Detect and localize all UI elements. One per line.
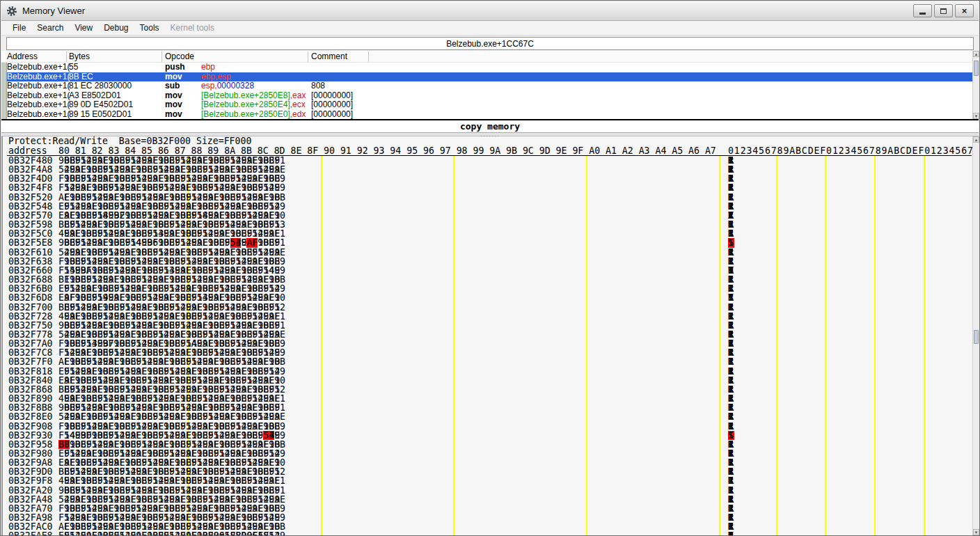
disassembly-row[interactable]: Belzebub.exe+1(55pushebp xyxy=(1,63,972,72)
column-divider xyxy=(368,52,369,62)
row-address: 0B32F9F8 xyxy=(8,476,53,485)
ascii-char[interactable] xyxy=(728,257,734,266)
row-address: 0B32F8E0 xyxy=(8,412,53,421)
hex-byte[interactable]: AE xyxy=(274,495,285,504)
ascii-char[interactable] xyxy=(728,412,734,421)
memory-row[interactable]: 0B32F72849 E9 AE F1 90 BB E9 F1 52 49 E9… xyxy=(3,312,979,321)
hex-byte[interactable]: 90 xyxy=(274,376,285,385)
memory-row[interactable]: 0B32F4F8F1 52 49 E9 AE F1 90 BB E9 F1 52… xyxy=(3,183,979,192)
row-address: 0B32F548 xyxy=(8,202,53,211)
maximize-button[interactable] xyxy=(934,4,953,17)
memory-row[interactable]: 0B32FA4852 49 E9 AE F1 90 BB E9 F1 52 49… xyxy=(3,495,979,504)
column-header-address[interactable]: Address xyxy=(7,52,38,61)
ascii-char[interactable] xyxy=(728,248,734,257)
minimize-button[interactable] xyxy=(913,4,932,17)
hex-byte[interactable]: BB xyxy=(274,357,285,366)
memory-row[interactable]: 0B32F5E890 BB E9 F1 52 49 E9 AE F1 90 BB… xyxy=(3,238,979,247)
memory-row[interactable]: 0B32F700BB E9 F1 52 49 E9 AE F1 90 BB E9… xyxy=(3,303,979,312)
ascii-char[interactable]: R xyxy=(728,303,734,312)
menu-item-file[interactable]: File xyxy=(7,21,31,35)
memory-scrollbar[interactable]: ▲ ▼ xyxy=(972,136,979,535)
memory-grid-header: address 80 81 82 83 84 85 86 87 88 89 8A… xyxy=(3,146,979,156)
column-divider xyxy=(161,52,162,62)
memory-grid: 0B32F48090 BB E9 F1 52 49 E9 AE F1 90 BB… xyxy=(3,156,979,535)
address-display[interactable]: Belzebub.exe+1CC67C xyxy=(6,37,974,50)
ascii-char[interactable]: I xyxy=(728,202,734,211)
hex-byte[interactable]: F1 xyxy=(274,238,285,247)
memory-row[interactable]: 0B32F818E9 F1 52 49 E9 AE F1 90 BB E9 F1… xyxy=(3,367,979,376)
memory-row[interactable]: 0B32F61052 49 E9 AE F1 90 BB E9 F1 52 49… xyxy=(3,248,979,257)
hex-byte[interactable]: F1 xyxy=(274,312,285,321)
menu-item-view[interactable]: View xyxy=(69,21,98,35)
column-header-comment[interactable]: Comment xyxy=(311,52,347,61)
scroll-up-icon[interactable]: ▲ xyxy=(973,136,979,143)
menu-item-tools[interactable]: Tools xyxy=(134,21,165,35)
hex-byte[interactable]: E9 xyxy=(274,257,285,266)
hex-byte[interactable]: BB xyxy=(274,193,285,202)
ascii-char[interactable] xyxy=(728,495,734,504)
disassembly-row[interactable]: Belzebub.exe+1(A3 E8502D01mov[Belzebub.e… xyxy=(1,91,972,101)
ascii-char[interactable] xyxy=(728,183,734,192)
column-divider xyxy=(66,52,67,62)
disassembly-row[interactable]: Belzebub.exe+1(89 15 E0502D01mov[Belzebu… xyxy=(1,110,972,119)
hex-byte[interactable]: E9 xyxy=(274,183,285,192)
ascii-char[interactable] xyxy=(728,486,734,495)
hex-byte[interactable]: 49 xyxy=(274,367,285,376)
memory-row[interactable]: 0B32F520AE F1 90 BB E9 F1 52 49 E9 AE F1… xyxy=(3,193,979,202)
ascii-char[interactable] xyxy=(728,422,734,431)
ascii-char[interactable] xyxy=(728,476,734,485)
row-address: 0B32F750 xyxy=(8,321,53,330)
ascii-char[interactable] xyxy=(728,193,734,202)
memory-row[interactable]: 0B32F9F849 E9 AE F1 90 BB E9 F1 52 49 E9… xyxy=(3,476,979,485)
ascii-char[interactable]: I xyxy=(728,531,734,535)
memory-row[interactable]: 0B32F6D8E9 AF F1 90 BB E9 F1 59 49 E9 AE… xyxy=(3,293,979,302)
hex-byte[interactable]: AE xyxy=(274,248,285,257)
hex-byte[interactable]: F1 xyxy=(274,321,285,330)
ascii-char[interactable]: I xyxy=(728,367,734,376)
memory-row[interactable]: 0B32F638F1 90 BB E9 F1 52 49 E9 AE F1 90… xyxy=(3,257,979,266)
memory-row[interactable]: 0B32F930F1 54 49 E9 BD F1 90 BB E9 F1 52… xyxy=(3,431,979,440)
maximize-icon xyxy=(940,8,947,14)
disassembly-row[interactable]: Belzebub.exe+1(8B ECmovebp,esp xyxy=(1,72,972,82)
disassembler-scrollbar[interactable]: ▲ ▼ xyxy=(972,51,979,119)
close-button[interactable]: × xyxy=(955,4,974,17)
memory-row[interactable]: 0B32F908F1 90 BB E9 F1 52 49 E9 AE F1 90… xyxy=(3,422,979,431)
ascii-char[interactable] xyxy=(728,321,734,330)
column-header-bytes[interactable]: Bytes xyxy=(69,52,90,61)
hex-byte[interactable]: 90 xyxy=(274,293,285,302)
menu-item-debug[interactable]: Debug xyxy=(98,21,134,35)
scrollbar-thumb[interactable] xyxy=(974,61,979,76)
hex-byte[interactable]: E9 xyxy=(274,431,285,440)
row-address: 0B32FA20 xyxy=(8,486,53,495)
ascii-char[interactable] xyxy=(728,312,734,321)
scroll-down-icon[interactable]: ▼ xyxy=(973,529,979,535)
hex-byte[interactable]: 49 xyxy=(274,531,285,535)
ascii-char[interactable] xyxy=(728,238,734,247)
ascii-char[interactable] xyxy=(728,293,734,302)
hex-byte[interactable]: AE xyxy=(274,412,285,421)
memory-row[interactable]: 0B32FA2090 BB E9 F1 52 49 E9 AE F1 90 BB… xyxy=(3,486,979,495)
disassembly-row[interactable]: Belzebub.exe+1(81 EC 28030000subesp,0000… xyxy=(1,81,972,91)
memory-row[interactable]: 0B32F7F0AE F1 90 BB E9 F1 52 49 E9 AE F1… xyxy=(3,357,979,366)
scrollbar-thumb[interactable] xyxy=(974,330,979,344)
scroll-down-icon[interactable]: ▼ xyxy=(973,113,979,119)
disassembly-row[interactable]: Belzebub.exe+1(89 0D E4502D01mov[Belzebu… xyxy=(1,100,972,110)
memory-row[interactable]: 0B32F75090 BB E9 F1 52 49 E9 AE F1 90 BB… xyxy=(3,321,979,330)
ascii-char[interactable] xyxy=(728,431,734,440)
title-bar[interactable]: Memory Viewer × xyxy=(1,1,979,21)
ascii-char[interactable] xyxy=(728,376,734,385)
memory-row[interactable]: 0B32FAE8E9 F1 52 49 E9 AE F1 90 BB E9 F1… xyxy=(3,531,979,535)
hex-byte[interactable]: 49 xyxy=(274,202,285,211)
memory-row[interactable]: 0B32F548E9 F1 52 49 E9 AE F1 90 BB E9 F1… xyxy=(3,202,979,211)
menu-item-search[interactable]: Search xyxy=(31,21,69,35)
column-header-opcode[interactable]: Opcode xyxy=(165,52,194,61)
copy-memory-bar[interactable]: copy memory xyxy=(1,119,979,132)
hex-byte[interactable]: 52 xyxy=(274,303,285,312)
hex-byte[interactable]: F1 xyxy=(274,476,285,485)
ascii-char[interactable] xyxy=(728,357,734,366)
memory-row[interactable]: 0B32F840E9 AE F1 90 BB E9 F1 52 49 E9 AE… xyxy=(3,376,979,385)
hex-byte[interactable]: F1 xyxy=(274,486,285,495)
memory-row[interactable]: 0B32F8E052 49 E9 AE F1 90 BB E9 F1 52 49… xyxy=(3,412,979,421)
hex-byte[interactable]: E9 xyxy=(274,422,285,431)
scroll-up-icon[interactable]: ▲ xyxy=(973,51,979,57)
